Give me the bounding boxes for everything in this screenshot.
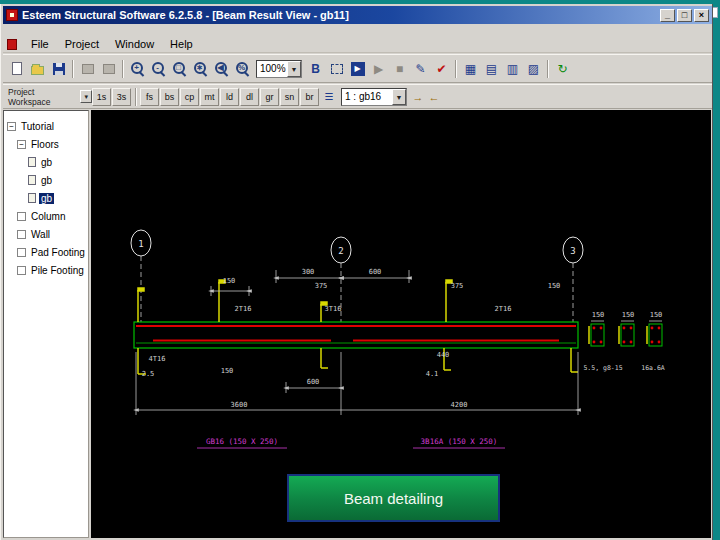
- svg-text:4T16: 4T16: [149, 355, 166, 363]
- zoom-scale-button[interactable]: %: [232, 58, 253, 79]
- prev-beam-button[interactable]: ←: [426, 91, 442, 103]
- layer-grid-button[interactable]: ▨: [523, 58, 544, 79]
- tree-item-column[interactable]: Column: [4, 207, 88, 225]
- save-button[interactable]: [48, 58, 69, 79]
- expand-icon[interactable]: [17, 230, 26, 239]
- workspace-title: Project Workspace: [8, 87, 77, 107]
- result-table-button[interactable]: ▦: [460, 58, 481, 79]
- print-button[interactable]: [77, 58, 98, 79]
- svg-text:375: 375: [315, 282, 328, 290]
- run-button[interactable]: ▶: [347, 58, 368, 79]
- zoom-level-combo[interactable]: 100% ▼: [256, 60, 302, 78]
- tree-item-floors[interactable]: − Floors: [4, 135, 88, 153]
- minimize-button[interactable]: _: [660, 9, 675, 22]
- step-button[interactable]: ▶: [368, 58, 389, 79]
- tree-item-pile-footing[interactable]: Pile Footing: [4, 261, 88, 279]
- beam-view-1s-button[interactable]: 1s: [92, 88, 111, 106]
- new-document-button[interactable]: [6, 58, 27, 79]
- open-button[interactable]: [27, 58, 48, 79]
- layer-grid-icon: ▨: [528, 63, 539, 75]
- title-bar[interactable]: Esteem Structural Software 6.2.5.8 - [Be…: [3, 6, 712, 24]
- open-folder-icon: [31, 66, 44, 75]
- separator: [135, 88, 137, 106]
- beam-view-cp-button[interactable]: cp: [180, 88, 199, 106]
- project-workspace-tree: − Tutorial − Floors gb gb gb Column: [3, 110, 89, 538]
- beam-view-ld-button[interactable]: ld: [220, 88, 239, 106]
- menu-help[interactable]: Help: [162, 37, 201, 51]
- menu-window[interactable]: Window: [107, 37, 162, 51]
- beam-select-combo[interactable]: 1 : gb16 ▼: [341, 88, 407, 106]
- zoom-in-icon: +: [131, 62, 145, 76]
- stop-icon: ■: [396, 63, 403, 75]
- svg-text:150: 150: [622, 311, 635, 319]
- expand-icon[interactable]: [17, 212, 26, 221]
- beam-doc-icon: [28, 175, 36, 185]
- zoom-extents-button[interactable]: ∗: [190, 58, 211, 79]
- beam-view-3s-button[interactable]: 3s: [112, 88, 131, 106]
- zoom-out-button[interactable]: -: [148, 58, 169, 79]
- menu-project[interactable]: Project: [57, 37, 107, 51]
- collapse-icon[interactable]: −: [7, 122, 16, 131]
- refresh-button[interactable]: ↻: [552, 58, 573, 79]
- beam-view-fs-button[interactable]: fs: [140, 88, 159, 106]
- expand-icon[interactable]: [17, 266, 26, 275]
- beam-view-gr-button[interactable]: gr: [260, 88, 279, 106]
- tree-item-tutorial[interactable]: − Tutorial: [4, 117, 88, 135]
- svg-text:4200: 4200: [451, 401, 468, 409]
- copy-icon: [103, 64, 115, 74]
- maximize-button[interactable]: □: [677, 9, 692, 22]
- tree-item-gb-2[interactable]: gb: [4, 171, 88, 189]
- window-title: Esteem Structural Software 6.2.5.8 - [Be…: [22, 9, 660, 21]
- zoom-in-button[interactable]: +: [127, 58, 148, 79]
- collapse-icon[interactable]: −: [17, 140, 26, 149]
- bold-button[interactable]: B: [305, 58, 326, 79]
- next-beam-button[interactable]: →: [410, 91, 426, 103]
- menu-bar: File Project Window Help: [3, 36, 712, 53]
- annotation-texts: 300 600 150 375 375 150 2T16 3T16 2T16 4…: [142, 268, 665, 409]
- beam-view-dl-button[interactable]: dl: [240, 88, 259, 106]
- svg-text:300: 300: [302, 268, 315, 276]
- copy-button[interactable]: [98, 58, 119, 79]
- svg-text:2.5: 2.5: [142, 370, 155, 378]
- zoom-scale-icon: %: [236, 62, 250, 76]
- chevron-down-icon[interactable]: ▼: [392, 89, 406, 105]
- expand-icon[interactable]: [17, 248, 26, 257]
- beam-mark-left: GB16 (150 X 250): [206, 437, 278, 446]
- detail-grid-button[interactable]: ▥: [502, 58, 523, 79]
- zoom-out-icon: -: [152, 62, 166, 76]
- save-icon: [53, 63, 65, 75]
- tree-item-pad-footing[interactable]: Pad Footing: [4, 243, 88, 261]
- section-views: [589, 324, 662, 346]
- tree-item-gb-selected[interactable]: gb: [4, 189, 88, 207]
- dimension-lines: [136, 270, 662, 415]
- section-label-left: 5.5, g8-15: [583, 364, 622, 372]
- caption-box: Beam detailing: [287, 474, 500, 522]
- tree-item-wall[interactable]: Wall: [4, 225, 88, 243]
- select-window-button[interactable]: [326, 58, 347, 79]
- zoom-previous-button[interactable]: ◀: [211, 58, 232, 79]
- workspace-dropdown-icon[interactable]: ▾: [80, 90, 92, 103]
- close-button[interactable]: ×: [694, 9, 709, 22]
- svg-text:3600: 3600: [231, 401, 248, 409]
- beam-view-bs-button[interactable]: bs: [160, 88, 179, 106]
- step-icon: ▶: [374, 63, 383, 75]
- beam-view-br-button[interactable]: br: [300, 88, 319, 106]
- beam-mark-right: 3B16A (150 X 250): [421, 437, 498, 446]
- zoom-window-button[interactable]: □: [169, 58, 190, 79]
- new-document-icon: [12, 62, 22, 75]
- svg-text:600: 600: [307, 378, 320, 386]
- bar-schedule-button[interactable]: ▤: [481, 58, 502, 79]
- tree-item-gb-1[interactable]: gb: [4, 153, 88, 171]
- check-button[interactable]: ✔: [431, 58, 452, 79]
- edit-button[interactable]: ✎: [410, 58, 431, 79]
- app-icon: [6, 9, 18, 21]
- beam-list-button[interactable]: ☰: [320, 88, 338, 106]
- beam-mark-labels: GB16 (150 X 250) 3B16A (150 X 250): [197, 437, 505, 448]
- chevron-down-icon[interactable]: ▼: [287, 61, 301, 77]
- zoom-level-value: 100%: [260, 63, 286, 74]
- beam-view-mt-button[interactable]: mt: [200, 88, 219, 106]
- beam-view-sn-button[interactable]: sn: [280, 88, 299, 106]
- print-icon: [82, 64, 94, 74]
- menu-file[interactable]: File: [23, 37, 57, 51]
- stop-button[interactable]: ■: [389, 58, 410, 79]
